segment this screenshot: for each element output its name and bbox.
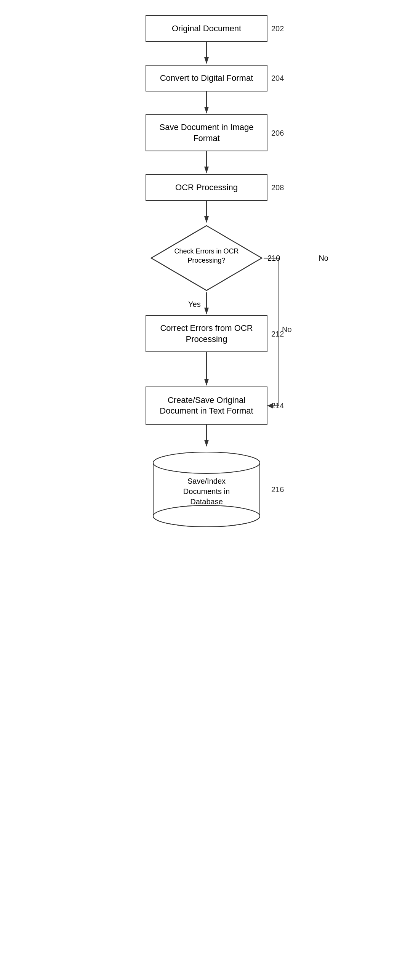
node-208-wrapper: OCR Processing 208 [146,174,267,201]
ref-202: 202 [271,24,284,33]
node-original-document: Original Document [146,15,267,42]
node-database-cylinder: Save/Index Documents in Database [146,447,267,531]
svg-marker-5 [204,167,209,173]
no-label: No [319,254,328,263]
node-label: Convert to Digital Format [160,73,253,84]
node-create-save-text: Create/Save Original Document in Text Fo… [146,387,267,425]
flowchart: Original Document 202 Convert to Digital… [73,15,340,531]
arrow-3 [203,151,210,174]
node-204-wrapper: Convert to Digital Format 204 [146,65,267,91]
svg-marker-14 [204,379,209,386]
node-212-wrapper: Correct Errors from OCR Processing 212 [146,315,267,352]
node-convert-digital: Convert to Digital Format [146,65,267,91]
svg-text:Documents in: Documents in [183,487,230,496]
ref-214: 214 [271,401,284,410]
node-check-errors-diamond: Check Errors in OCR Processing? [149,224,264,292]
node-label: Correct Errors from OCR Processing [154,323,259,345]
node-216-wrapper: Save/Index Documents in Database 216 [146,447,267,531]
svg-point-18 [153,452,260,473]
node-214-wrapper: Create/Save Original Document in Text Fo… [146,387,267,425]
node-label: Save Document in Image Format [154,122,259,144]
node-label: OCR Processing [175,182,238,193]
svg-text:Save/Index: Save/Index [187,477,226,485]
svg-marker-16 [204,440,209,447]
node-ocr-processing: OCR Processing [146,174,267,201]
arrow-6 [203,425,210,447]
ref-206: 206 [271,128,284,137]
yes-label: Yes [188,300,201,309]
node-save-image: Save Document in Image Format [146,114,267,151]
node-correct-errors: Correct Errors from OCR Processing [146,315,267,352]
svg-text:Processing?: Processing? [187,257,225,264]
svg-text:Check Errors in OCR: Check Errors in OCR [174,247,239,255]
ref-210: 210 [267,254,280,263]
ref-204: 204 [271,74,284,83]
node-210-wrapper: Check Errors in OCR Processing? 210 No [73,224,340,292]
ref-212: 212 [271,329,284,338]
svg-marker-7 [204,216,209,223]
node-202-wrapper: Original Document 202 [146,15,267,42]
ref-208: 208 [271,183,284,192]
svg-text:Database: Database [190,497,223,506]
svg-marker-1 [204,57,209,64]
node-label: Create/Save Original Document in Text Fo… [154,395,259,417]
svg-marker-3 [204,107,209,114]
svg-point-21 [153,505,260,527]
arrow-2 [203,91,210,114]
node-206-wrapper: Save Document in Image Format 206 [146,114,267,151]
arrow-4 [203,201,210,224]
arrow-5-yes [203,292,210,315]
ref-216: 216 [271,485,284,494]
node-label: Original Document [172,23,241,34]
arrow-1 [203,42,210,65]
connector-no-branch [73,352,340,390]
svg-marker-12 [204,308,209,314]
